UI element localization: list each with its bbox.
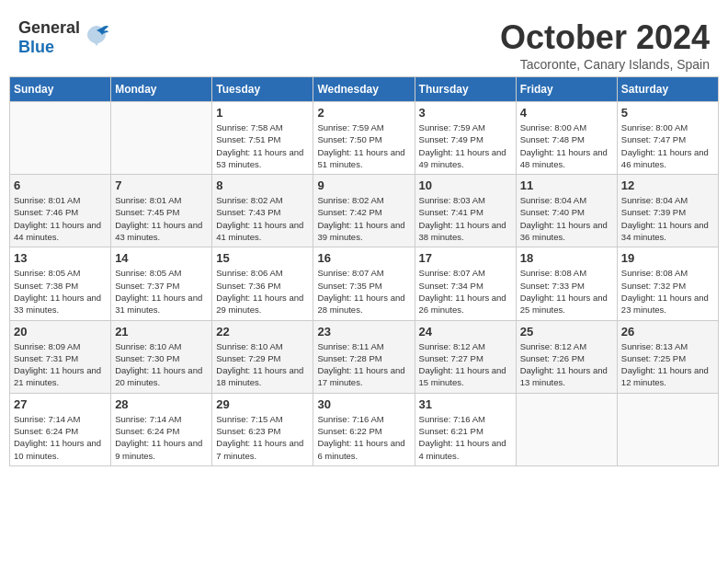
day-info: Sunrise: 8:02 AM Sunset: 7:43 PM Dayligh… bbox=[216, 194, 309, 243]
day-header-sunday: Sunday bbox=[10, 77, 111, 102]
calendar-cell: 10Sunrise: 8:03 AM Sunset: 7:41 PM Dayli… bbox=[415, 175, 516, 247]
day-number: 10 bbox=[419, 178, 512, 192]
location: Tacoronte, Canary Islands, Spain bbox=[500, 57, 710, 72]
day-number: 8 bbox=[216, 178, 309, 192]
calendar-cell bbox=[10, 102, 111, 175]
calendar-cell bbox=[617, 393, 718, 465]
day-number: 30 bbox=[317, 397, 410, 411]
day-header-tuesday: Tuesday bbox=[212, 77, 313, 102]
day-number: 6 bbox=[14, 178, 107, 192]
day-info: Sunrise: 7:58 AM Sunset: 7:51 PM Dayligh… bbox=[216, 121, 309, 170]
calendar-cell: 3Sunrise: 7:59 AM Sunset: 7:49 PM Daylig… bbox=[415, 102, 516, 175]
day-info: Sunrise: 8:09 AM Sunset: 7:31 PM Dayligh… bbox=[14, 340, 107, 389]
day-info: Sunrise: 8:00 AM Sunset: 7:47 PM Dayligh… bbox=[621, 121, 714, 170]
title-block: October 2024 Tacoronte, Canary Islands, … bbox=[500, 18, 710, 72]
day-number: 1 bbox=[216, 106, 309, 120]
calendar-cell: 28Sunrise: 7:14 AM Sunset: 6:24 PM Dayli… bbox=[111, 393, 212, 465]
day-info: Sunrise: 7:14 AM Sunset: 6:24 PM Dayligh… bbox=[115, 413, 208, 462]
calendar-cell: 2Sunrise: 7:59 AM Sunset: 7:50 PM Daylig… bbox=[313, 102, 415, 175]
day-info: Sunrise: 8:13 AM Sunset: 7:25 PM Dayligh… bbox=[621, 340, 714, 389]
calendar-cell: 13Sunrise: 8:05 AM Sunset: 7:38 PM Dayli… bbox=[10, 247, 111, 320]
calendar-cell: 14Sunrise: 8:05 AM Sunset: 7:37 PM Dayli… bbox=[111, 247, 212, 320]
calendar-cell: 18Sunrise: 8:08 AM Sunset: 7:33 PM Dayli… bbox=[516, 247, 617, 320]
calendar-cell: 29Sunrise: 7:15 AM Sunset: 6:23 PM Dayli… bbox=[212, 393, 313, 465]
day-number: 23 bbox=[317, 325, 410, 339]
day-info: Sunrise: 8:03 AM Sunset: 7:41 PM Dayligh… bbox=[419, 194, 512, 243]
calendar-cell: 6Sunrise: 8:01 AM Sunset: 7:46 PM Daylig… bbox=[10, 175, 111, 247]
day-number: 4 bbox=[520, 106, 613, 120]
day-header-wednesday: Wednesday bbox=[313, 77, 415, 102]
day-number: 13 bbox=[14, 251, 107, 265]
logo-blue: Blue bbox=[18, 38, 54, 56]
calendar-cell: 26Sunrise: 8:13 AM Sunset: 7:25 PM Dayli… bbox=[617, 320, 718, 393]
day-number: 31 bbox=[419, 397, 512, 411]
day-number: 16 bbox=[317, 251, 410, 265]
day-number: 25 bbox=[520, 325, 613, 339]
calendar-cell: 11Sunrise: 8:04 AM Sunset: 7:40 PM Dayli… bbox=[516, 175, 617, 247]
calendar-cell: 17Sunrise: 8:07 AM Sunset: 7:34 PM Dayli… bbox=[415, 247, 516, 320]
day-header-saturday: Saturday bbox=[617, 77, 718, 102]
day-number: 9 bbox=[317, 178, 410, 192]
day-number: 26 bbox=[621, 325, 714, 339]
day-info: Sunrise: 8:02 AM Sunset: 7:42 PM Dayligh… bbox=[317, 194, 410, 243]
day-number: 24 bbox=[419, 325, 512, 339]
day-info: Sunrise: 8:08 AM Sunset: 7:32 PM Dayligh… bbox=[621, 267, 714, 316]
day-info: Sunrise: 8:12 AM Sunset: 7:26 PM Dayligh… bbox=[520, 340, 613, 389]
day-number: 7 bbox=[115, 178, 208, 192]
calendar-cell: 31Sunrise: 7:16 AM Sunset: 6:21 PM Dayli… bbox=[415, 393, 516, 465]
day-info: Sunrise: 8:10 AM Sunset: 7:30 PM Dayligh… bbox=[115, 340, 208, 389]
day-info: Sunrise: 8:12 AM Sunset: 7:27 PM Dayligh… bbox=[419, 340, 512, 389]
calendar-cell: 1Sunrise: 7:58 AM Sunset: 7:51 PM Daylig… bbox=[212, 102, 313, 175]
calendar-week-row: 1Sunrise: 7:58 AM Sunset: 7:51 PM Daylig… bbox=[10, 102, 719, 175]
month-title: October 2024 bbox=[500, 18, 710, 57]
calendar-cell: 30Sunrise: 7:16 AM Sunset: 6:22 PM Dayli… bbox=[313, 393, 415, 465]
day-info: Sunrise: 8:07 AM Sunset: 7:35 PM Dayligh… bbox=[317, 267, 410, 316]
day-number: 14 bbox=[115, 251, 208, 265]
calendar-week-row: 20Sunrise: 8:09 AM Sunset: 7:31 PM Dayli… bbox=[10, 320, 719, 393]
day-number: 22 bbox=[216, 325, 309, 339]
day-number: 11 bbox=[520, 178, 613, 192]
day-info: Sunrise: 7:14 AM Sunset: 6:24 PM Dayligh… bbox=[14, 413, 107, 462]
day-info: Sunrise: 8:10 AM Sunset: 7:29 PM Dayligh… bbox=[216, 340, 309, 389]
day-info: Sunrise: 8:01 AM Sunset: 7:46 PM Dayligh… bbox=[14, 194, 107, 243]
logo-general: General bbox=[18, 18, 80, 37]
calendar-cell: 22Sunrise: 8:10 AM Sunset: 7:29 PM Dayli… bbox=[212, 320, 313, 393]
calendar-cell bbox=[111, 102, 212, 175]
day-number: 20 bbox=[14, 325, 107, 339]
day-number: 15 bbox=[216, 251, 309, 265]
calendar-week-row: 27Sunrise: 7:14 AM Sunset: 6:24 PM Dayli… bbox=[10, 393, 719, 465]
page-header: General Blue October 2024 Tacoronte, Can… bbox=[9, 9, 719, 76]
day-header-thursday: Thursday bbox=[415, 77, 516, 102]
day-number: 21 bbox=[115, 325, 208, 339]
calendar-cell: 16Sunrise: 8:07 AM Sunset: 7:35 PM Dayli… bbox=[313, 247, 415, 320]
day-info: Sunrise: 7:59 AM Sunset: 7:49 PM Dayligh… bbox=[419, 121, 512, 170]
day-info: Sunrise: 7:59 AM Sunset: 7:50 PM Dayligh… bbox=[317, 121, 410, 170]
calendar-table: SundayMondayTuesdayWednesdayThursdayFrid… bbox=[9, 76, 719, 466]
day-number: 19 bbox=[621, 251, 714, 265]
calendar-cell: 27Sunrise: 7:14 AM Sunset: 6:24 PM Dayli… bbox=[10, 393, 111, 465]
calendar-cell: 12Sunrise: 8:04 AM Sunset: 7:39 PM Dayli… bbox=[617, 175, 718, 247]
calendar-header-row: SundayMondayTuesdayWednesdayThursdayFrid… bbox=[10, 77, 719, 102]
day-info: Sunrise: 8:00 AM Sunset: 7:48 PM Dayligh… bbox=[520, 121, 613, 170]
day-number: 12 bbox=[621, 178, 714, 192]
day-number: 3 bbox=[419, 106, 512, 120]
logo: General Blue bbox=[18, 18, 109, 57]
day-header-friday: Friday bbox=[516, 77, 617, 102]
calendar-cell: 25Sunrise: 8:12 AM Sunset: 7:26 PM Dayli… bbox=[516, 320, 617, 393]
day-info: Sunrise: 8:05 AM Sunset: 7:37 PM Dayligh… bbox=[115, 267, 208, 316]
day-number: 29 bbox=[216, 397, 309, 411]
day-number: 27 bbox=[14, 397, 107, 411]
calendar-cell: 23Sunrise: 8:11 AM Sunset: 7:28 PM Dayli… bbox=[313, 320, 415, 393]
calendar-cell: 5Sunrise: 8:00 AM Sunset: 7:47 PM Daylig… bbox=[617, 102, 718, 175]
calendar-week-row: 13Sunrise: 8:05 AM Sunset: 7:38 PM Dayli… bbox=[10, 247, 719, 320]
calendar-cell: 19Sunrise: 8:08 AM Sunset: 7:32 PM Dayli… bbox=[617, 247, 718, 320]
logo-bird-icon bbox=[84, 22, 109, 53]
day-number: 17 bbox=[419, 251, 512, 265]
calendar-cell: 7Sunrise: 8:01 AM Sunset: 7:45 PM Daylig… bbox=[111, 175, 212, 247]
calendar-cell: 20Sunrise: 8:09 AM Sunset: 7:31 PM Dayli… bbox=[10, 320, 111, 393]
calendar-cell: 15Sunrise: 8:06 AM Sunset: 7:36 PM Dayli… bbox=[212, 247, 313, 320]
day-info: Sunrise: 8:01 AM Sunset: 7:45 PM Dayligh… bbox=[115, 194, 208, 243]
day-number: 5 bbox=[621, 106, 714, 120]
calendar-cell: 21Sunrise: 8:10 AM Sunset: 7:30 PM Dayli… bbox=[111, 320, 212, 393]
day-info: Sunrise: 8:06 AM Sunset: 7:36 PM Dayligh… bbox=[216, 267, 309, 316]
